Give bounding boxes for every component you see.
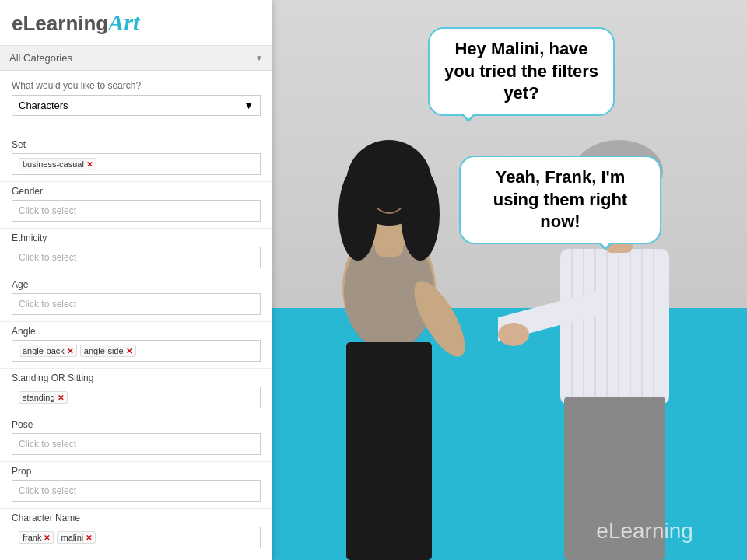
filter-label-pose: Pose [12, 419, 261, 430]
filter-label-angle: Angle [12, 326, 261, 337]
search-type-dropdown[interactable]: Characters ▼ [12, 95, 261, 116]
all-categories-dropdown[interactable]: All Categories ▼ [0, 46, 272, 71]
tag-remove-icon[interactable]: ✕ [44, 534, 50, 542]
speech-bubble-frank: Hey Malini, have you tried the filters y… [428, 27, 615, 116]
filter-placeholder-gender: Click to select [19, 205, 76, 216]
filter-label-set: Set [12, 139, 261, 150]
svg-rect-11 [560, 249, 669, 404]
malini-speech-text: Yeah, Frank, I'm using them right now! [493, 167, 627, 231]
filter-section-prop: PropClick to select [0, 461, 272, 508]
speech-bubble-malini: Yeah, Frank, I'm using them right now! [459, 156, 661, 244]
tag-remove-icon[interactable]: ✕ [126, 347, 132, 355]
filter-section-set: Setbusiness-casual✕ [0, 135, 272, 181]
filter-input-prop[interactable]: Click to select [12, 480, 261, 502]
logo-suffix: Art [108, 9, 139, 35]
filter-section-pose: PoseClick to select [0, 415, 272, 461]
search-section: What would you like to search? Character… [0, 71, 272, 135]
tag-remove-icon[interactable]: ✕ [58, 394, 64, 402]
tag-standing: standing✕ [19, 391, 68, 404]
filter-label-age: Age [12, 279, 261, 290]
search-type-value: Characters [19, 100, 68, 111]
scene-area: Hey Malini, have you tried the filters y… [272, 0, 747, 560]
svg-point-5 [338, 167, 377, 261]
svg-point-9 [374, 193, 383, 204]
search-type-arrow-icon: ▼ [244, 100, 254, 111]
filter-placeholder-age: Click to select [19, 299, 76, 310]
logo-prefix: eLearning [12, 12, 108, 35]
filter-input-angle[interactable]: angle-back✕angle-side✕ [12, 340, 261, 362]
filter-input-set[interactable]: business-casual✕ [12, 153, 261, 175]
filter-label-character-name: Character Name [12, 513, 261, 523]
watermark-suffix: Art [693, 514, 731, 544]
filter-input-age[interactable]: Click to select [12, 293, 261, 315]
svg-rect-7 [346, 342, 432, 560]
search-question-label: What would you like to search? [12, 80, 261, 91]
tag-angle-back: angle-back✕ [19, 345, 77, 357]
all-categories-label: All Categories [9, 52, 72, 64]
filter-section-gender: GenderClick to select [0, 181, 272, 228]
watermark-logo: eLearningArt [596, 514, 731, 544]
tag-business-casual: business-casual✕ [19, 158, 96, 170]
categories-arrow-icon: ▼ [255, 54, 263, 62]
svg-point-6 [401, 167, 440, 261]
sidebar-panel: eLearningArt All Categories ▼ What would… [0, 0, 272, 560]
filter-section-age: AgeClick to select [0, 275, 272, 321]
filter-label-standing-sitting: Standing OR Sitting [12, 373, 261, 383]
filter-placeholder-ethnicity: Click to select [19, 252, 76, 263]
filter-label-ethnicity: Ethnicity [12, 233, 261, 243]
logo: eLearningArt [12, 9, 261, 36]
filter-input-standing-sitting[interactable]: standing✕ [12, 387, 261, 408]
filter-section-standing-sitting: Standing OR Sittingstanding✕ [0, 368, 272, 415]
filter-input-gender[interactable]: Click to select [12, 200, 261, 222]
filter-label-prop: Prop [12, 466, 261, 477]
logo-area: eLearningArt [0, 0, 272, 46]
frank-speech-text: Hey Malini, have you tried the filters y… [444, 39, 598, 103]
watermark-prefix: eLearning [596, 519, 693, 543]
tag-remove-icon[interactable]: ✕ [67, 347, 73, 355]
filter-input-character-name[interactable]: frank✕malini✕ [12, 527, 261, 548]
filter-label-gender: Gender [12, 186, 261, 197]
filter-placeholder-pose: Click to select [19, 439, 76, 450]
tag-remove-icon[interactable]: ✕ [86, 534, 92, 542]
filter-section-ethnicity: EthnicityClick to select [0, 228, 272, 275]
filter-input-pose[interactable]: Click to select [12, 433, 261, 455]
filter-placeholder-prop: Click to select [19, 485, 76, 496]
tag-angle-side: angle-side✕ [80, 345, 136, 357]
filter-input-ethnicity[interactable]: Click to select [12, 247, 261, 268]
filter-section-angle: Angleangle-back✕angle-side✕ [0, 321, 272, 368]
svg-point-10 [395, 193, 405, 204]
tag-frank: frank✕ [19, 531, 54, 544]
tag-malini: malini✕ [57, 531, 96, 544]
filter-section-character-name: Character Namefrank✕malini✕ [0, 508, 272, 555]
filters-container: Setbusiness-casual✕GenderClick to select… [0, 135, 272, 555]
tag-remove-icon[interactable]: ✕ [86, 160, 93, 169]
